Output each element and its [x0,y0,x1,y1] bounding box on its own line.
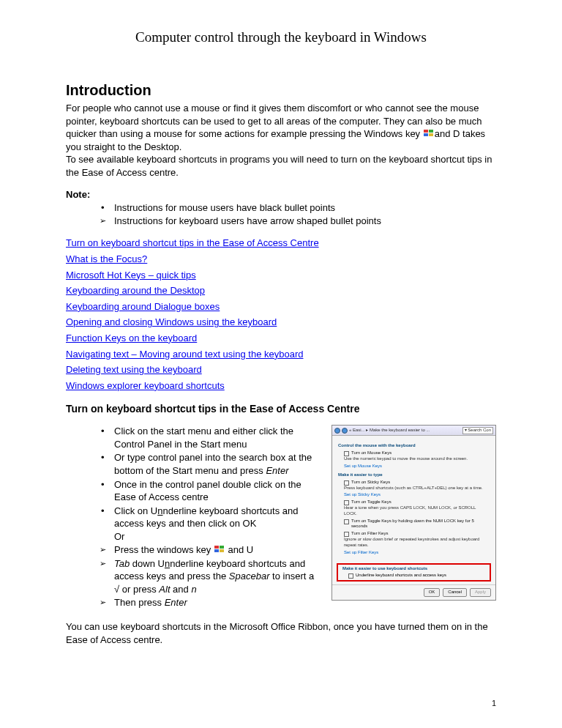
link: Set up Mouse Keys [344,464,490,469]
group-heading: Make it easier to use keyboard shortcuts [342,566,485,572]
checkbox: Turn on Toggle Keys [344,499,490,505]
text: Press the windows key [114,544,214,555]
text: Tab [114,558,130,569]
text: n [191,584,196,595]
table-of-contents: Turn on keyboard shortcut tips in the Ea… [66,237,496,391]
cancel-button: Cancel [443,588,467,597]
document-title: Computer control through the keyboard in… [66,29,496,45]
note-list: Instructions for mouse users have black … [101,201,496,227]
text: Ignore or slow down brief or repeated ke… [344,537,490,549]
footer-paragraph: You can use keyboard shortcuts in the Mi… [66,620,496,646]
section-body: Click on the start menu and either click… [66,425,496,610]
text: Enter [266,465,288,476]
link: Set up Filter Keys [344,550,490,556]
toc-link[interactable]: Windows explorer keyboard shortcuts [66,380,496,392]
toc-link[interactable]: Keyboarding around the Desktop [66,285,496,297]
checkbox: Underline keyboard shortcuts and access … [348,573,485,579]
checkbox: Turn on Toggle Keys by holding down the … [344,519,490,530]
list-item: Or type control panel into the search bo… [101,451,321,477]
toc-link[interactable]: Function Keys on the keyboard [66,333,496,344]
list-item: Click on Unnderline keyboard shortcuts a… [101,505,321,543]
text: down U [130,558,165,569]
checkbox: Turn on Mouse Keys [344,450,490,456]
ok-button: OK [424,588,441,597]
breadcrumb: « Easi... ▸ Make the keyboard easier to … [349,428,461,434]
toc-link[interactable]: Microsoft Hot Keys – quick tips [66,270,496,281]
list-item: Instructions for mouse users have black … [101,201,496,215]
toc-link[interactable]: Keyboarding around Dialogue boxes [66,301,496,313]
apply-button: Apply [470,588,491,597]
checkbox: Turn on Filter Keys [344,531,490,537]
highlight-box: Make it easier to use keyboard shortcuts… [337,563,491,582]
dialog-buttons: OK Cancel Apply [332,584,495,600]
intro-heading: Introduction [66,82,496,99]
text: For people who cannot use a mouse or fin… [66,103,482,139]
list-item: Instructions for keyboard users have arr… [101,215,496,228]
toc-link[interactable]: Turn on keyboard shortcut tips in the Ea… [66,237,496,249]
text: and U [225,544,253,555]
text: Alt [159,584,170,595]
link: Set up Sticky Keys [344,492,490,498]
back-icon [334,428,340,434]
windows-logo-icon [424,130,434,138]
intro-paragraph: For people who cannot use a mouse or fin… [66,102,496,179]
toc-link[interactable]: What is the Focus? [66,253,496,265]
text: and [171,584,192,595]
search-input: ▾ Search Con [462,427,493,434]
text: Use the numeric keypad to move the mouse… [344,456,490,462]
text: To see available keyboard shortcuts in p… [66,154,492,178]
page-number: 1 [492,699,496,707]
group-heading: Control the mouse with the keyboard [338,443,490,449]
instruction-steps: Click on the start menu and either click… [66,425,321,610]
list-item: Then press Enter [101,596,321,609]
list-item: Press the windows key and U [101,543,321,557]
text: Hear a tone when you press CAPS LOCK, NU… [344,505,490,517]
list-item: Click on the start menu and either click… [101,425,321,450]
text: Press keyboard shortcuts (such as CTRL+A… [344,486,490,491]
section-heading: Turn on keyboard shortcut tips in the Ea… [66,403,496,415]
window-titlebar: « Easi... ▸ Make the keyboard easier to … [332,426,495,436]
text: Click on U [114,505,157,516]
forward-icon [342,428,348,434]
toc-link[interactable]: Navigating text – Moving around text usi… [66,349,496,360]
checkbox: Turn on Sticky Keys [344,480,490,486]
list-item: Once in the control panel double click o… [101,478,321,504]
text: Spacebar [229,571,270,582]
text: Enter [165,597,187,608]
screenshot-ease-of-access: « Easi... ▸ Make the keyboard easier to … [331,425,496,610]
toc-link[interactable]: Opening and closing Windows using the ke… [66,316,496,328]
list-item: Tab down Unnderline keyboard shortcuts a… [101,557,321,596]
toc-link[interactable]: Deleting text using the keyboard [66,364,496,376]
text: Or [114,531,124,542]
windows-logo-icon [214,546,225,554]
group-heading: Make it easier to type [338,472,490,478]
note-label: Note: [66,189,496,200]
text: Then press [114,597,165,608]
